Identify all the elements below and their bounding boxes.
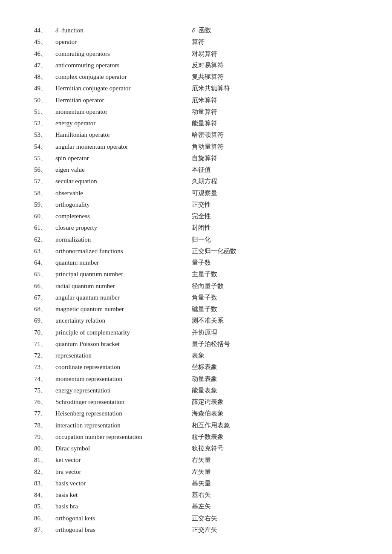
term-chinese: 表象 [192,351,205,361]
list-item: 68、magnetic quantum number磁量子数 [34,304,366,314]
term-number: 72、 [34,351,55,361]
term-chinese: 正交右矢 [192,514,217,523]
term-english: magnetic quantum number [55,304,192,314]
term-chinese: 狄拉克符号 [192,444,224,453]
term-number: 71、 [34,339,55,349]
term-number: 59、 [34,200,55,210]
term-number: 84、 [34,490,55,500]
term-number: 57、 [34,176,55,186]
term-number: 68、 [34,304,55,314]
term-chinese: 能量表象 [192,386,217,395]
term-english: quantum number [55,258,192,268]
term-number: 63、 [34,246,55,256]
term-chinese: 自旋算符 [192,153,217,163]
list-item: 57、secular equation久期方程 [34,176,366,186]
term-english: normalization [55,235,192,245]
list-item: 61、closure property封闭性 [34,223,366,233]
list-item: 59、orthogonality正交性 [34,200,366,210]
term-english: basis ket [55,490,192,500]
term-english: commuting operators [55,49,192,59]
list-item: 60、completeness完全性 [34,211,366,221]
term-english: Heisenberg representation [55,409,192,418]
term-english: radial quantum number [55,281,192,291]
term-english: occupation number representation [55,432,192,442]
list-item: 50、Hermitian operator厄米算符 [34,95,366,105]
term-number: 86、 [34,514,55,523]
term-number: 82、 [34,467,55,477]
term-english: energy operator [55,118,192,128]
term-chinese: 归一化 [192,235,211,245]
term-number: 70、 [34,328,55,338]
list-item: 66、radial quantum number径向量子数 [34,281,366,291]
term-number: 76、 [34,397,55,407]
list-item: 44、δ -functionδ -函数 [34,26,366,35]
term-chinese: 主量子数 [192,269,217,279]
term-chinese: 算符 [192,37,205,47]
list-item: 82、bra vector左矢量 [34,467,366,477]
term-english: quantum Poisson bracket [55,339,192,349]
list-item: 67、angular quantum number角量子数 [34,293,366,303]
term-number: 62、 [34,235,55,245]
term-chinese: 基右矢 [192,490,211,500]
term-chinese: δ -函数 [192,26,211,35]
term-chinese: 复共轭算符 [192,72,224,82]
term-chinese: 正交左矢 [192,525,217,535]
term-number: 49、 [34,84,55,93]
term-english: orthogonality [55,200,192,210]
term-english: Hermitian operator [55,95,192,105]
term-list: 44、δ -functionδ -函数45、operator算符46、commu… [34,26,366,535]
term-chinese: 基左矢 [192,502,211,511]
term-number: 79、 [34,432,55,442]
term-number: 45、 [34,37,55,47]
list-item: 48、complex conjugate operator复共轭算符 [34,72,366,82]
list-item: 70、principle of complementarity并协原理 [34,328,366,338]
term-number: 48、 [34,72,55,82]
term-number: 77、 [34,409,55,418]
term-number: 78、 [34,421,55,430]
term-chinese: 厄米算符 [192,95,217,105]
term-number: 46、 [34,49,55,59]
term-english: interaction representation [55,421,192,430]
list-item: 79、occupation number representation粒子数表象 [34,432,366,442]
list-item: 65、principal quantum number主量子数 [34,269,366,279]
term-english: δ -function [55,26,192,35]
term-number: 67、 [34,293,55,303]
list-item: 78、interaction representation相互作用表象 [34,421,366,430]
list-item: 45、operator算符 [34,37,366,47]
term-chinese: 并协原理 [192,328,217,338]
term-chinese: 反对易算符 [192,61,224,70]
term-chinese: 角动量算符 [192,142,224,152]
list-item: 76、Schrodinger representation薛定谔表象 [34,397,366,407]
list-item: 49、Hermitian conjugate operator厄米共轭算符 [34,84,366,93]
list-item: 83、basis vector基矢量 [34,479,366,488]
term-chinese: 封闭性 [192,223,211,233]
term-english: basis bra [55,502,192,511]
term-chinese: 海森伯表象 [192,409,224,418]
term-chinese: 本征值 [192,165,211,175]
list-item: 47、anticommuting operators反对易算符 [34,61,366,70]
term-number: 83、 [34,479,55,488]
list-item: 62、normalization归一化 [34,235,366,245]
term-number: 56、 [34,165,55,175]
term-chinese: 动量表象 [192,374,217,384]
term-english: eigen value [55,165,192,175]
term-english: energy representation [55,386,192,395]
term-chinese: 左矢量 [192,467,211,477]
term-number: 80、 [34,444,55,453]
term-english: bra vector [55,467,192,477]
term-english: observable [55,188,192,198]
term-english: Hermitian conjugate operator [55,84,192,93]
term-chinese: 厄米共轭算符 [192,84,230,93]
term-english: angular momentum operator [55,142,192,152]
term-number: 58、 [34,188,55,198]
term-chinese: 径向量子数 [192,281,224,291]
term-chinese: 薛定谔表象 [192,397,224,407]
term-english: basis vector [55,479,192,488]
term-number: 74、 [34,374,55,384]
term-english: principal quantum number [55,269,192,279]
term-chinese: 正交性 [192,200,211,210]
term-english: Dirac symbol [55,444,192,453]
term-english: representation [55,351,192,361]
term-number: 47、 [34,61,55,70]
list-item: 81、ket vector右矢量 [34,455,366,465]
